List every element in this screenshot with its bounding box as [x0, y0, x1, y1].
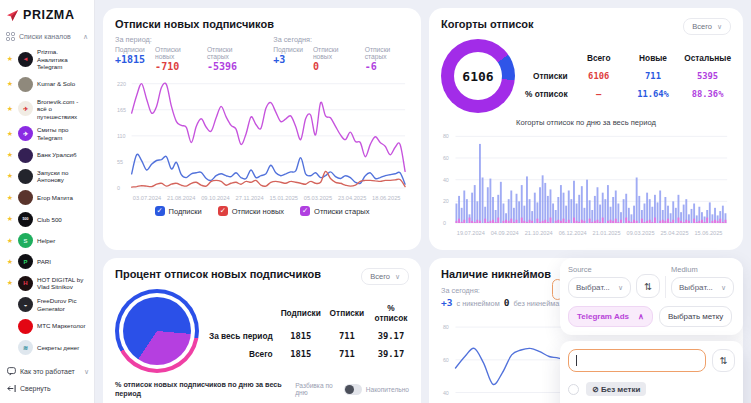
- svg-text:05.03.2025: 05.03.2025: [304, 195, 332, 201]
- stat-group: За период:Подписки+1815Отписки новых-710…: [115, 35, 251, 72]
- svg-text:20: 20: [443, 198, 449, 204]
- stat: Подписки+1815: [115, 46, 145, 72]
- tag-filter-pill[interactable]: Telegram Ads ∧: [568, 306, 653, 327]
- tag-options-list: ⊘ Без меткиTelegram Ads⚙: [568, 382, 735, 403]
- toggle-left-label: Разбивка по дню: [295, 382, 340, 396]
- chevron-up-icon: ∧: [83, 33, 88, 41]
- stat-value: -6: [365, 61, 409, 72]
- stat: Отписки новых0: [313, 46, 355, 72]
- radio-button[interactable]: [568, 384, 579, 395]
- source-select[interactable]: Выбрат... ∨: [568, 277, 631, 298]
- range-select[interactable]: Всего ∨: [683, 18, 731, 35]
- legend-label: Подписки: [169, 207, 202, 216]
- tag-filter-value: Telegram Ads: [577, 312, 629, 321]
- logo[interactable]: PRIZMA: [6, 8, 88, 22]
- channel-name: Егор Матита: [37, 194, 73, 201]
- channel-avatar: ✈: [18, 126, 33, 141]
- channel-lists-header[interactable]: Списки каналов ∧: [6, 32, 88, 41]
- row-label: Всего: [209, 349, 273, 359]
- row-label: За весь период: [209, 331, 273, 341]
- channel-item[interactable]: ★✈Bronevik.com - всё о путешествиях: [6, 95, 88, 123]
- svg-text:0: 0: [117, 185, 120, 191]
- sort-button[interactable]: ⇅: [636, 274, 660, 298]
- channel-item[interactable]: ★Kumar & Solo: [6, 73, 88, 94]
- chart-subtitle: % отписок новых подписчиков по дню за ве…: [115, 380, 295, 398]
- choose-tag-button[interactable]: Выбрать метку: [659, 306, 732, 327]
- star-icon: ★: [6, 151, 14, 159]
- legend-checkbox[interactable]: ✓: [155, 206, 165, 216]
- card-title: Наличие никнеймов: [441, 268, 551, 280]
- channel-avatar: 500: [18, 212, 33, 227]
- channel-avatar: H: [18, 276, 33, 291]
- svg-text:21.01.2025: 21.01.2025: [593, 230, 621, 236]
- channel-item[interactable]: ≋Секреты денег: [6, 337, 88, 358]
- svg-text:40: 40: [443, 177, 449, 183]
- table-value: 11.64%: [630, 89, 676, 99]
- tag-option[interactable]: ⊘ Без метки: [568, 382, 735, 396]
- channel-item[interactable]: ★SHelper: [6, 230, 88, 251]
- channel-item[interactable]: ★Банк Уралсиб: [6, 144, 88, 165]
- channel-item[interactable]: ◒FreeDurov Pic Generator: [6, 294, 88, 315]
- without-nickname-value: 0: [504, 297, 510, 308]
- cohorts-table: ВсегоНовыеОстальныеОтписки61067115395% о…: [525, 53, 731, 99]
- stat: Отписки новых-710: [155, 46, 197, 72]
- tag-search-input[interactable]: [568, 349, 706, 372]
- table-value: 711: [329, 349, 365, 359]
- legend-checkbox[interactable]: ✓: [300, 206, 310, 216]
- channel-avatar: ◄: [18, 52, 33, 67]
- legend-item[interactable]: ✓Подписки: [155, 206, 202, 216]
- sort-button[interactable]: ⇅: [712, 349, 735, 372]
- legend-item[interactable]: ✓Отписки новых: [218, 206, 284, 216]
- medium-value: Выбрат...: [679, 283, 713, 292]
- range-value: Всего: [692, 22, 712, 31]
- svg-text:27.11.2024: 27.11.2024: [236, 195, 265, 201]
- chevron-up-icon: ∧: [638, 312, 644, 321]
- range-select[interactable]: Всего ∨: [361, 268, 409, 285]
- chevron-down-icon: ∨: [717, 23, 722, 31]
- star-icon: ★: [6, 215, 14, 223]
- legend-label: Отписки новых: [232, 207, 284, 216]
- how-it-works-button[interactable]: Как это работает ∨: [7, 363, 89, 380]
- pct-table: ПодпискиОтписки% отписокЗа весь период18…: [209, 303, 409, 359]
- legend-item[interactable]: ✓Отписки старых: [300, 206, 369, 216]
- cohorts-donut-chart: 6106: [441, 39, 515, 113]
- channel-item[interactable]: ★Запуски по Антонову: [6, 166, 88, 187]
- svg-text:21.10.2024: 21.10.2024: [525, 230, 553, 236]
- channel-name: Bronevik.com - всё о путешествиях: [37, 98, 88, 120]
- svg-text:80: 80: [443, 324, 449, 330]
- table-value: –: [576, 89, 622, 99]
- channel-item[interactable]: ★HHOT DIGITAL by Vlad Sitnikov: [6, 273, 88, 294]
- stat-value: -710: [155, 61, 197, 72]
- stat-value: 0: [313, 61, 355, 72]
- how-it-works-label: Как это работает: [20, 368, 75, 375]
- svg-text:18.06.2025: 18.06.2025: [372, 195, 400, 201]
- star-icon: ★: [6, 80, 14, 88]
- collapse-sidebar-button[interactable]: Свернуть: [7, 380, 89, 397]
- legend-checkbox[interactable]: ✓: [218, 206, 228, 216]
- stat-columns: Подписки+1815Отписки новых-710Отписки ст…: [115, 46, 251, 72]
- channel-name: Смиты про Telegram: [37, 126, 88, 141]
- column-header: Всего: [576, 53, 622, 63]
- chevron-down-icon: ∨: [721, 284, 726, 292]
- collapse-icon: [7, 384, 16, 393]
- table-value: 1815: [281, 331, 321, 341]
- channel-item[interactable]: ★500Club 500: [6, 209, 88, 230]
- cohorts-bar-chart: 02040608019.07.202404.09.202421.10.20240…: [441, 127, 731, 239]
- stat-label: Подписки: [273, 46, 303, 53]
- channel-item[interactable]: ★✈Смиты про Telegram: [6, 123, 88, 144]
- logo-icon: [6, 9, 19, 22]
- channel-avatar: P: [18, 254, 33, 269]
- card-pct-unsubs: Процент отписок новых подписчиков Всего …: [103, 258, 421, 403]
- column-header: Подписки: [281, 308, 321, 318]
- cumulative-toggle[interactable]: [344, 384, 361, 395]
- svg-text:04.09.2024: 04.09.2024: [491, 230, 519, 236]
- medium-select[interactable]: Выбрат... ∨: [671, 277, 734, 298]
- channel-list: ★◄Prizma. Аналитика Telegram★Kumar & Sol…: [6, 45, 88, 358]
- channel-item[interactable]: ★◄Prizma. Аналитика Telegram: [6, 45, 88, 73]
- table-value: 5395: [684, 71, 731, 81]
- channel-item[interactable]: МТС Маркетолог: [6, 315, 88, 336]
- channel-item[interactable]: ★PPARI: [6, 251, 88, 272]
- stat-columns: Подписки+3Отписки новых0Отписки старых-6: [273, 46, 409, 72]
- channel-item[interactable]: ★Егор Матита: [6, 187, 88, 208]
- channel-name: Club 500: [37, 216, 62, 223]
